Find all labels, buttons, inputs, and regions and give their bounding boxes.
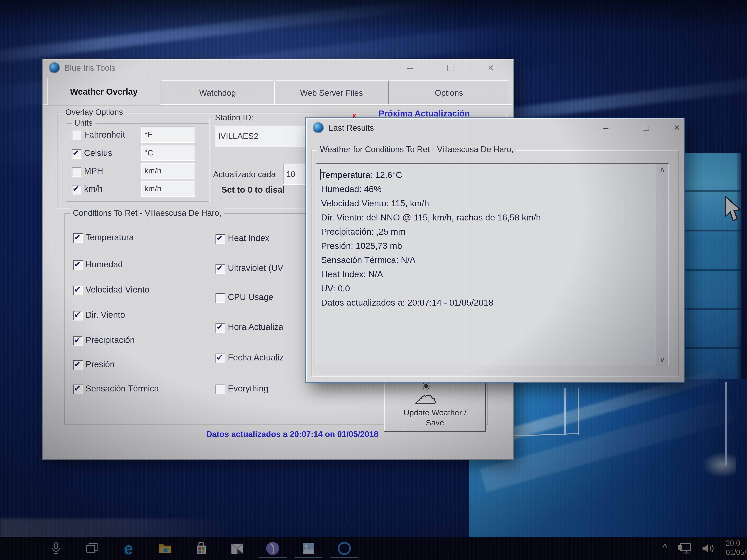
window-title: Blue Iris Tools (65, 63, 115, 73)
check-mark: ✔ (74, 260, 81, 269)
conditions-label: Conditions To Ret - Villaescusa De Haro, (70, 208, 224, 218)
unit-field-km-h[interactable]: km/h (141, 181, 195, 197)
wallpaper-pane-edge (578, 388, 579, 435)
check-mark: ✔ (216, 263, 223, 272)
tab-web-server-files[interactable]: Web Server Files (274, 80, 389, 105)
maximize-button[interactable]: □ (636, 120, 656, 135)
group-separator (209, 119, 209, 202)
checkbox-label-hora-actualiza: Hora Actualiza (228, 322, 283, 332)
check-mark: ✔ (74, 310, 81, 319)
checkbox-hora-actualiza[interactable]: ✔ (215, 323, 225, 332)
wallpaper-pane-corner-glow (702, 452, 736, 478)
tab-options[interactable]: Options (389, 80, 509, 105)
check-mark: ✔ (74, 335, 81, 345)
checkbox-velocidad-viento[interactable]: ✔ (73, 286, 83, 295)
weather-line: Heat Index: N/A (321, 267, 541, 281)
unit-field-mph[interactable]: km/h (141, 163, 195, 179)
minimize-button[interactable]: – (595, 120, 616, 135)
update-weather-save-button[interactable]: ☀ ☁ Update Weather / Save (384, 382, 486, 432)
check-mark: ✔ (74, 232, 81, 242)
unit-field-value: °C (144, 149, 153, 157)
checkbox-heat-index[interactable]: ✔ (215, 234, 225, 244)
checkbox-everything[interactable] (215, 384, 225, 394)
interval-hint: Set to 0 to disal (221, 185, 285, 195)
scroll-down-arrow[interactable]: ∨ (656, 355, 668, 364)
station-id-label: Station ID: (215, 113, 253, 122)
tray-date: 01/05/2 (726, 548, 747, 557)
network-icon[interactable] (676, 540, 693, 557)
checkbox-humedad[interactable]: ✔ (73, 260, 83, 270)
tray-time: 20:0 (726, 538, 747, 548)
tab-weather-overlay[interactable]: Weather Overlay (47, 78, 160, 105)
desktop: Blue Iris Tools – □ × Weather OverlayWat… (0, 0, 747, 560)
check-mark: ✔ (73, 148, 79, 158)
volume-icon[interactable] (700, 540, 715, 557)
checkbox-fecha-actualiz[interactable]: ✔ (215, 353, 225, 363)
wallpaper-pane-edge (564, 388, 566, 435)
bittorrent-icon[interactable] (264, 539, 282, 557)
photos-icon[interactable] (300, 539, 317, 557)
close-button[interactable]: × (481, 60, 501, 75)
last-results-window: Last Results – □ × Weather for Condition… (306, 117, 685, 383)
check-mark: ✔ (216, 233, 223, 243)
checkbox-dir-viento[interactable]: ✔ (73, 311, 83, 321)
weather-results-textarea[interactable]: Temperatura: 12.6°CHumedad: 46%Velocidad… (316, 163, 669, 366)
checkbox-km-h[interactable]: ✔ (72, 185, 81, 194)
store-icon[interactable] (192, 539, 210, 557)
checkbox-presi-n[interactable]: ✔ (73, 360, 83, 370)
task-view-icon[interactable] (83, 539, 101, 557)
station-id-value: IVILLAES2 (218, 131, 258, 141)
checkbox-label-heat-index: Heat Index (228, 233, 269, 243)
unit-field-fahrenheit[interactable]: °F (141, 127, 195, 142)
file-explorer-icon[interactable] (156, 539, 174, 557)
running-indicator (259, 557, 286, 558)
minimize-button[interactable]: – (400, 60, 420, 75)
tray-clock[interactable]: 20:0 01/05/2 (726, 538, 747, 557)
unit-field-celsius[interactable]: °C (141, 145, 195, 161)
checkbox-label-dir-viento: Dir. Viento (85, 310, 125, 320)
checkbox-label-cpu-usage: CPU Usage (228, 292, 273, 302)
checkbox-label-sensaci-n-t-rmica: Sensación Térmica (85, 383, 159, 394)
checkbox-sensaci-n-t-rmica[interactable]: ✔ (73, 384, 83, 394)
scroll-up-arrow[interactable]: ∧ (656, 165, 668, 174)
checkbox-fahrenheit[interactable] (72, 131, 81, 140)
check-mark: ✔ (216, 322, 223, 331)
checkbox-label-km-h: km/h (84, 184, 103, 194)
unit-field-value: °F (144, 130, 152, 139)
checkbox-temperatura[interactable]: ✔ (73, 233, 83, 243)
update-interval-label: Actualizado cada (213, 170, 276, 179)
vertical-scrollbar[interactable]: ∧ ∨ (656, 164, 668, 366)
tray-chevron-icon[interactable]: ^ (663, 542, 667, 553)
close-button[interactable]: × (667, 120, 687, 135)
weather-lines: Temperatura: 12.6°CHumedad: 46%Velocidad… (321, 168, 541, 310)
cortana-circle-icon[interactable] (335, 539, 353, 557)
check-mark: ✔ (74, 383, 81, 393)
checkbox-mph[interactable] (72, 167, 81, 177)
edge-icon[interactable]: e (120, 539, 137, 557)
checkbox-ultraviolet-uv[interactable]: ✔ (215, 264, 225, 274)
title-bar[interactable]: Last Results – □ × (306, 118, 684, 136)
microphone-icon[interactable] (47, 539, 65, 557)
checkbox-label-celsius: Celsius (84, 148, 112, 158)
mail-icon[interactable] (228, 539, 246, 557)
checkbox-label-fahrenheit: Fahrenheit (84, 130, 125, 140)
tab-watchdog[interactable]: Watchdog (161, 80, 274, 105)
update-interval-value: 10 (286, 170, 295, 179)
checkbox-precipitaci-n[interactable]: ✔ (73, 336, 83, 346)
maximize-button[interactable]: □ (440, 60, 461, 75)
unit-field-value: km/h (144, 166, 161, 175)
checkbox-label-temperatura: Temperatura (85, 232, 134, 242)
weather-line: Sensación Térmica: N/A (321, 253, 541, 267)
window-title: Last Results (329, 123, 374, 133)
text-caret (320, 169, 321, 180)
checkbox-celsius[interactable]: ✔ (72, 149, 81, 159)
title-bar[interactable]: Blue Iris Tools – □ × (43, 59, 513, 76)
update-button-line1: Update Weather / (385, 408, 485, 417)
app-icon (50, 63, 59, 73)
weather-line: Temperatura: 12.6°C (321, 168, 541, 182)
checkbox-cpu-usage[interactable] (215, 293, 225, 303)
checkbox-label-everything: Everything (228, 383, 268, 394)
weather-line: Presión: 1025,73 mb (321, 239, 541, 253)
weather-line: Velocidad Viento: 115, km/h (321, 196, 541, 210)
overlay-options-label: Overlay Options (63, 108, 126, 117)
